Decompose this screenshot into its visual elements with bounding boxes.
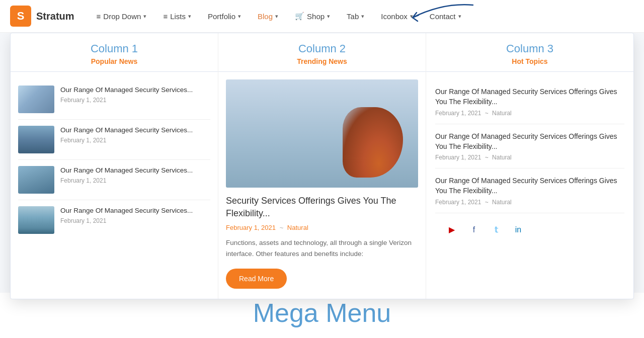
col1-item-info: Our Range Of Managed Security Services..…	[60, 166, 193, 184]
col2-inner: Security Services Offerings Gives You Th…	[218, 79, 426, 289]
col1-item-title: Our Range Of Managed Security Services..…	[60, 206, 193, 216]
meta-separator: ~	[280, 224, 284, 231]
facebook-icon[interactable]: f	[466, 222, 481, 237]
logo-text: Stratum	[36, 11, 74, 22]
chevron-down-icon: ▾	[275, 13, 278, 20]
read-more-button[interactable]: Read More	[226, 269, 287, 289]
col1-header: Column 1 Popular News	[11, 33, 218, 72]
chevron-down-icon: ▾	[458, 13, 461, 20]
featured-post-title[interactable]: Security Services Offerings Gives You Th…	[226, 195, 418, 220]
nav-items: ≡ Drop Down ▾ ≡ Lists ▾ Portfolio ▾ Blog…	[90, 8, 468, 25]
col1-heading: Column 1	[18, 42, 210, 55]
col3-date: February 1, 2021	[435, 110, 481, 117]
col2-subtitle: Trending News	[226, 57, 418, 65]
navbar: S Stratum ≡ Drop Down ▾ ≡ Lists ▾ Portfo…	[0, 0, 644, 33]
col1-item-date: February 1, 2021	[60, 137, 193, 144]
cart-icon: 🛒	[295, 12, 304, 21]
col3-category: Natural	[492, 154, 512, 161]
nav-item-blog[interactable]: Blog ▾	[251, 8, 285, 25]
thumbnail-3	[18, 166, 54, 194]
col1-item-date: February 1, 2021	[60, 217, 193, 224]
chevron-down-icon: ▾	[410, 13, 413, 20]
social-icons: ▶ f 𝕥 in	[435, 213, 624, 237]
featured-image	[226, 79, 418, 188]
mega-col-2: Column 2 Trending News Security Services…	[218, 33, 426, 299]
col2-header: Column 2 Trending News	[218, 33, 426, 72]
col3-date: February 1, 2021	[435, 154, 481, 161]
col1-item-title: Our Range Of Managed Security Services..…	[60, 126, 193, 135]
chevron-down-icon: ▾	[188, 13, 191, 20]
col1-item-info: Our Range Of Managed Security Services..…	[60, 86, 193, 104]
col3-item-title: Our Range Of Managed Security Services O…	[435, 176, 624, 196]
chevron-down-icon: ▾	[327, 13, 330, 20]
col1-item-title: Our Range Of Managed Security Services..…	[60, 86, 193, 95]
meta-sep: ~	[485, 110, 489, 117]
thumbnail-4	[18, 206, 54, 234]
logo-icon: S	[10, 6, 31, 27]
nav-item-iconbox[interactable]: Iconbox ▾	[374, 8, 420, 25]
list-item[interactable]: Our Range Of Managed Security Services O…	[435, 79, 624, 124]
nav-item-lists[interactable]: ≡ Lists ▾	[156, 8, 198, 25]
thumbnail-2	[18, 126, 54, 153]
list-item[interactable]: Our Range Of Managed Security Services..…	[18, 200, 210, 240]
col3-item-meta: February 1, 2021 ~ Natural	[435, 199, 624, 206]
list-item[interactable]: Our Range Of Managed Security Services..…	[18, 120, 210, 160]
col3-subtitle: Hot Topics	[434, 57, 626, 65]
nav-item-dropdown[interactable]: ≡ Drop Down ▾	[90, 8, 154, 25]
chevron-down-icon: ▾	[361, 13, 364, 20]
nav-item-contact[interactable]: Contact ▾	[423, 8, 468, 25]
nav-contact-label: Contact	[430, 12, 456, 21]
col1-item-title: Our Range Of Managed Security Services..…	[60, 166, 193, 176]
col2-heading: Column 2	[226, 42, 418, 55]
col3-category: Natural	[492, 199, 512, 206]
list-icon: ≡	[97, 12, 101, 21]
col3-inner: Our Range Of Managed Security Services O…	[426, 79, 633, 237]
col1-item-info: Our Range Of Managed Security Services..…	[60, 206, 193, 224]
col3-category: Natural	[492, 110, 512, 117]
nav-blog-label: Blog	[258, 12, 273, 21]
list-item[interactable]: Our Range Of Managed Security Services..…	[18, 79, 210, 120]
col1-item-date: February 1, 2021	[60, 97, 193, 104]
col1-item-date: February 1, 2021	[60, 177, 193, 184]
nav-iconbox-label: Iconbox	[381, 12, 408, 21]
col1-items: Our Range Of Managed Security Services..…	[11, 79, 218, 240]
list-icon: ≡	[163, 12, 168, 21]
youtube-icon[interactable]: ▶	[444, 222, 459, 237]
col3-header: Column 3 Hot Topics	[426, 33, 633, 72]
nav-item-shop[interactable]: 🛒 Shop ▾	[288, 8, 337, 25]
nav-tab-label: Tab	[347, 12, 359, 21]
nav-shop-label: Shop	[307, 12, 325, 21]
col1-subtitle: Popular News	[18, 57, 210, 65]
chevron-down-icon: ▾	[143, 13, 146, 20]
featured-post-meta: February 1, 2021 ~ Natural	[226, 224, 418, 231]
featured-category: Natural	[287, 224, 308, 231]
nav-item-tab[interactable]: Tab ▾	[340, 8, 371, 25]
featured-excerpt: Functions, assets and technology, all th…	[226, 237, 418, 259]
logo[interactable]: S Stratum	[10, 6, 74, 27]
mega-col-3: Column 3 Hot Topics Our Range Of Managed…	[426, 33, 633, 299]
nav-item-portfolio[interactable]: Portfolio ▾	[201, 8, 248, 25]
thumbnail-1	[18, 86, 54, 113]
nav-lists-label: Lists	[170, 12, 186, 21]
col1-item-info: Our Range Of Managed Security Services..…	[60, 126, 193, 144]
mega-col-1: Column 1 Popular News Our Range Of Manag…	[11, 33, 218, 299]
col3-item-title: Our Range Of Managed Security Services O…	[435, 87, 624, 107]
mega-menu: Column 1 Popular News Our Range Of Manag…	[10, 33, 634, 299]
featured-date: February 1, 2021	[226, 224, 276, 231]
col3-heading: Column 3	[434, 42, 626, 55]
nav-portfolio-label: Portfolio	[208, 12, 235, 21]
twitter-icon[interactable]: 𝕥	[489, 222, 504, 237]
nav-dropdown-label: Drop Down	[103, 12, 141, 21]
col3-item-meta: February 1, 2021 ~ Natural	[435, 110, 624, 117]
list-item[interactable]: Our Range Of Managed Security Services..…	[18, 160, 210, 200]
list-item[interactable]: Our Range Of Managed Security Services O…	[435, 124, 624, 169]
meta-sep: ~	[485, 154, 489, 161]
chevron-down-icon: ▾	[238, 13, 241, 20]
col3-item-title: Our Range Of Managed Security Services O…	[435, 131, 624, 152]
col3-date: February 1, 2021	[435, 199, 481, 206]
linkedin-icon[interactable]: in	[511, 222, 526, 237]
list-item[interactable]: Our Range Of Managed Security Services O…	[435, 168, 624, 213]
mega-menu-label: Mega Menu	[0, 293, 644, 338]
col3-item-meta: February 1, 2021 ~ Natural	[435, 154, 624, 161]
meta-sep: ~	[485, 199, 489, 206]
